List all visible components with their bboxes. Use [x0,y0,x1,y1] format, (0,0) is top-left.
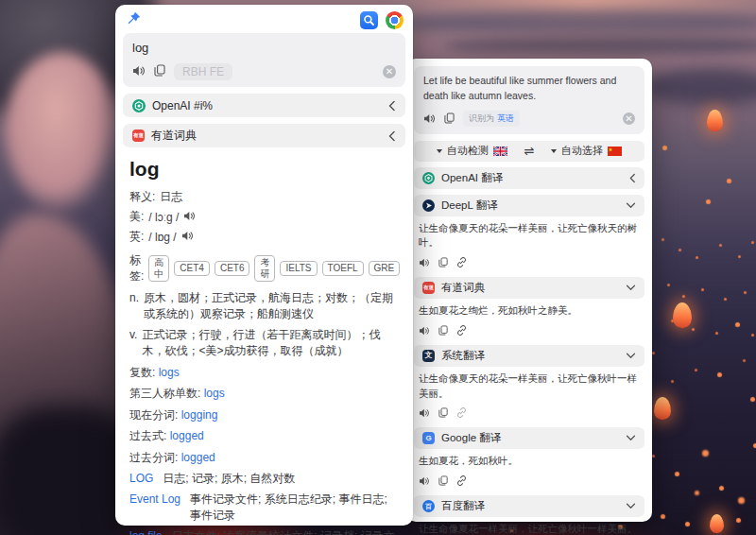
uk-phonetic: / lɒg / [148,231,176,244]
copy-icon[interactable] [154,63,165,80]
service-header-youdao[interactable]: 有道 有道词典 [414,277,644,299]
target-language-select[interactable]: 自动选择 [551,144,622,158]
phrase-meaning: 日志; 记录; 原木; 自然对数 [163,471,295,487]
link-icon[interactable] [456,322,467,339]
tags-label: 标签: [129,252,144,285]
system-translate-icon: 文 [422,350,435,362]
phrase-link[interactable]: log file [129,528,163,535]
speak-icon[interactable] [419,473,430,490]
pin-icon[interactable] [127,11,141,29]
service-name: 系统翻译 [441,349,485,363]
service-name: 百度翻译 [441,499,485,513]
definition-verb: v. 正式记录；行驶，行进（若干距离或时间）；伐木，砍伐；<美>成功获得，取得（… [129,327,399,359]
form-value-link[interactable]: logs [159,366,180,379]
form-value-link[interactable]: logs [204,387,225,400]
tag-pill: GRE [369,261,401,276]
dictionary-window: log RBH FE ✕ OpenAI #i% 有道 有道词典 [115,5,413,526]
copy-icon[interactable] [444,111,455,128]
window-header [115,5,413,31]
gloss-value: 日志 [160,189,182,205]
link-icon[interactable] [456,405,467,422]
speak-icon[interactable] [423,111,436,128]
translation-window: Let life be beautiful like summer flower… [406,59,652,522]
phrase-link[interactable]: Event Log [129,492,180,524]
chevron-left-icon[interactable] [388,130,396,142]
cloud [397,9,756,36]
speak-icon[interactable] [132,63,146,80]
section-header-youdao[interactable]: 有道 有道词典 [123,124,405,147]
service-result-baidu: 让生命像夏花一样美丽，让死亡像秋叶一样美丽。 [406,517,652,535]
dictionary-result: log 释义: 日志 美: / lɔːg / 英: / lɒg / 标签: 高中… [115,147,413,535]
baidu-translate-icon: 百 [422,500,435,512]
speak-icon[interactable] [181,231,194,244]
sky-lantern [710,514,724,533]
clear-input-icon[interactable]: ✕ [623,112,635,125]
tag-pill: TOEFL [322,261,364,276]
speak-icon[interactable] [183,211,196,224]
pos-label: v. [129,327,137,359]
query-input[interactable]: log RBH FE ✕ [123,33,405,87]
form-label: 复数: [129,366,155,379]
link-icon[interactable] [456,254,467,271]
clear-input-icon[interactable]: ✕ [383,65,396,78]
form-value-link[interactable]: logged [170,429,204,442]
sky-lantern [707,110,723,131]
service-header-baidu[interactable]: 百 百度翻译 [414,495,644,517]
translation-text: 生如夏花之绚烂，死如秋叶之静美。 [419,303,640,319]
form-value-link[interactable]: logging [181,408,218,422]
query-text[interactable]: log [132,41,396,55]
cn-flag-icon [608,147,622,156]
translation-text: 让生命像夏天的花朵一样美丽，让死亡像秋叶一样美丽。 [419,371,640,402]
deepl-icon [422,199,435,212]
swap-languages-icon[interactable]: ⇌ [524,144,535,158]
gloss-label: 释义: [129,189,155,205]
copy-icon[interactable] [438,254,448,271]
speak-icon[interactable] [419,322,430,339]
form-value-link[interactable]: logged [181,451,215,464]
chevron-left-icon[interactable] [388,100,396,112]
sky-lantern [654,397,671,420]
link-icon[interactable] [456,473,467,490]
chevron-down-icon[interactable] [626,503,636,509]
source-text-box[interactable]: Let life be beautiful like summer flower… [414,66,644,134]
service-header-deepl[interactable]: DeepL 翻译 [414,195,644,216]
tag-pill: CET6 [215,261,250,276]
form-label: 现在分词: [129,408,178,422]
service-result-google: 生如夏花，死如秋叶。 [406,449,652,490]
source-language-label: 自动检测 [447,144,489,158]
copy-icon[interactable] [438,473,448,490]
source-text[interactable]: Let life be beautiful like summer flower… [423,74,635,104]
cloud [643,68,756,106]
detected-language-badge: 识别为 英语 [463,111,520,127]
chevron-down-icon[interactable] [626,202,636,209]
openai-icon [132,99,146,112]
section-header-openai[interactable]: OpenAI #i% [123,94,405,117]
translation-text: 让生命像夏花一样美丽，让死亡像秋叶一样美丽。 [419,522,640,535]
service-header-google[interactable]: G Google 翻译 [414,427,644,449]
speak-icon[interactable] [419,405,430,422]
speak-icon[interactable] [419,254,430,271]
service-header-system[interactable]: 文 系统翻译 [414,345,644,367]
service-header-openai[interactable]: OpenAI 翻译 [414,167,644,189]
phrase-link[interactable]: LOG [129,471,153,487]
definition-text: 原木，圆材；正式记录，航海日志；对数；（定期或系统的）观察记录；船舶测速仪 [144,290,399,322]
translation-text: 生如夏花，死如秋叶。 [419,454,640,469]
target-language-label: 自动选择 [561,144,603,158]
tag-pill: CET4 [174,261,210,276]
chevron-down-icon[interactable] [626,353,636,359]
sky-lanterns [0,0,3,3]
translation-text: 让生命像夏天的花朵一样美丽，让死亡像秋天的树叶。 [419,221,640,251]
form-label: 过去式: [129,429,166,442]
source-language-select[interactable]: 自动检测 [437,144,507,158]
chevron-down-icon[interactable] [626,285,636,291]
copy-icon[interactable] [438,405,448,422]
chevron-down-icon[interactable] [626,435,636,441]
detected-language[interactable]: 英语 [497,112,514,125]
chrome-icon[interactable] [386,11,404,29]
copy-icon[interactable] [438,322,448,339]
form-label: 第三人称单数: [129,387,200,400]
chevron-left-icon[interactable] [629,173,636,183]
definition-noun: n. 原木，圆材；正式记录，航海日志；对数；（定期或系统的）观察记录；船舶测速仪 [129,290,399,322]
service-result-system: 让生命像夏天的花朵一样美丽，让死亡像秋叶一样美丽。 [406,367,652,423]
translator-app-icon[interactable] [360,11,378,29]
